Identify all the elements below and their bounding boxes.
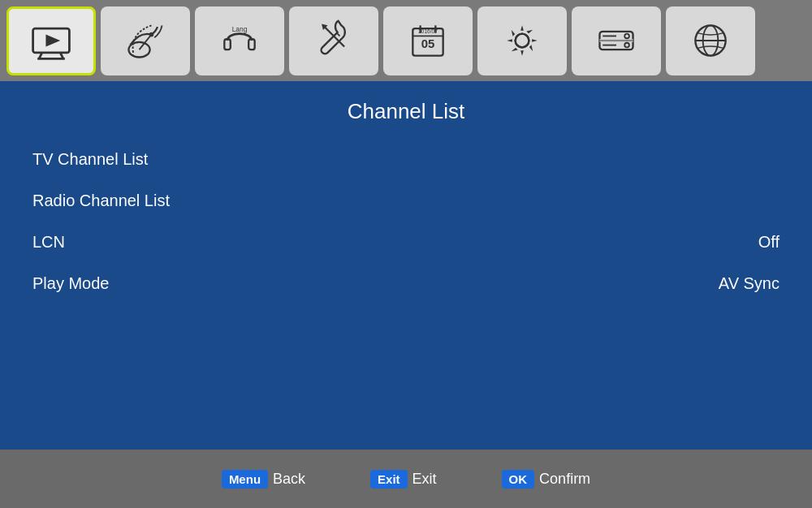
- button-badge: Exit: [370, 470, 408, 489]
- page-title: Channel List: [24, 81, 788, 139]
- nav-icon-tools[interactable]: [289, 6, 378, 75]
- bottom-bar: MenuBackExitExitOKConfirm: [0, 450, 812, 508]
- svg-rect-9: [248, 39, 254, 50]
- svg-point-21: [516, 34, 529, 48]
- nav-icon-satellite[interactable]: [101, 6, 190, 75]
- menu-item[interactable]: LCNOff: [24, 222, 788, 263]
- svg-line-12: [325, 27, 344, 46]
- svg-line-11: [337, 33, 340, 37]
- main-content: Channel List TV Channel ListRadio Channe…: [0, 81, 812, 450]
- menu-item-label: Play Mode: [32, 274, 110, 293]
- nav-icon-storage[interactable]: [572, 6, 661, 75]
- button-label: Exit: [412, 471, 437, 488]
- svg-point-7: [149, 32, 154, 37]
- menu-item-label: TV Channel List: [32, 150, 148, 169]
- menu-item-label: LCN: [32, 233, 65, 252]
- svg-text:2016/07: 2016/07: [418, 28, 438, 34]
- button-badge: OK: [502, 470, 535, 489]
- menu-item-label: Radio Channel List: [32, 192, 170, 210]
- nav-icon-schedule[interactable]: 2016/07 05: [383, 6, 473, 75]
- nav-icon-language[interactable]: Lang: [195, 6, 284, 75]
- button-label: Confirm: [539, 471, 590, 488]
- menu-item[interactable]: Radio Channel List: [24, 180, 788, 222]
- svg-text:05: 05: [421, 37, 435, 50]
- svg-text:Lang: Lang: [232, 25, 248, 33]
- menu-item-value: AV Sync: [719, 274, 780, 293]
- bottom-button[interactable]: OKConfirm: [502, 470, 591, 489]
- top-nav: Lang 2016/07 05: [0, 0, 812, 81]
- button-label: Back: [273, 471, 305, 488]
- menu-item[interactable]: Play ModeAV Sync: [24, 263, 788, 304]
- button-badge: Menu: [222, 470, 268, 489]
- menu-list: TV Channel ListRadio Channel ListLCNOffP…: [24, 139, 788, 304]
- nav-icon-network[interactable]: [666, 6, 755, 75]
- svg-rect-8: [224, 39, 230, 50]
- menu-item-value: Off: [758, 233, 780, 252]
- nav-icon-play-mode[interactable]: [6, 6, 96, 75]
- nav-icon-settings[interactable]: [477, 6, 567, 75]
- menu-item[interactable]: TV Channel List: [24, 139, 788, 180]
- svg-point-25: [624, 34, 629, 39]
- svg-point-26: [624, 43, 629, 48]
- bottom-button[interactable]: MenuBack: [222, 470, 305, 489]
- bottom-button[interactable]: ExitExit: [370, 470, 437, 489]
- svg-marker-4: [45, 35, 60, 47]
